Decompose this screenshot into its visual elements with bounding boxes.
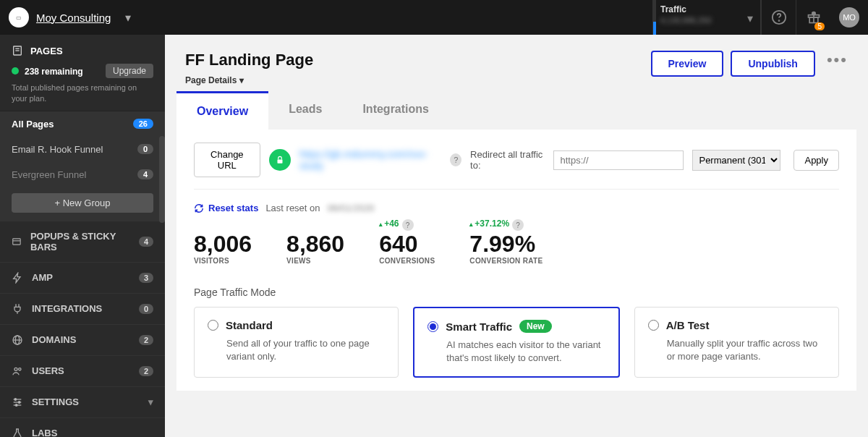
chevron-down-icon[interactable]: ▾ (125, 11, 131, 25)
quota-block: 238 remaining Upgrade Total published pa… (0, 64, 165, 111)
svg-rect-8 (13, 239, 20, 245)
sidebar-nav-domains[interactable]: DOMAINS2 (0, 325, 165, 356)
traffic-value: 4,130,986,250 (660, 16, 753, 25)
help-icon[interactable]: ? (450, 153, 461, 166)
sidebar-nav-labs[interactable]: LABS (0, 418, 165, 437)
quota-desc: Total published pages remaining on your … (12, 82, 153, 105)
redirect-type-select[interactable]: Permanent (301) (692, 150, 780, 171)
help-icon[interactable]: ? (512, 219, 524, 231)
gift-badge: 5 (814, 22, 825, 30)
nav-label: USERS (32, 365, 64, 376)
nav-label: LABS (32, 428, 57, 437)
svg-point-18 (14, 398, 17, 400)
mode-title: A/B Test (666, 319, 710, 331)
last-reset-date: 06/01/2020 (328, 203, 375, 213)
mode-smart-traffic[interactable]: Smart TrafficNew AI matches each visitor… (413, 307, 619, 378)
chevron-down-icon: ▾ (747, 12, 753, 25)
pages-heading: PAGES (30, 46, 63, 56)
org-name[interactable]: Moy Consulting (36, 12, 111, 24)
new-badge: New (519, 320, 552, 333)
help-button[interactable] (761, 0, 796, 35)
last-reset-label: Last reset on (265, 203, 320, 213)
svg-point-20 (15, 404, 17, 406)
mode-radio[interactable] (648, 320, 659, 331)
brand[interactable]: ▭ Moy Consulting ▾ (9, 7, 131, 27)
mode-standard[interactable]: Standard Send all of your traffic to one… (194, 307, 399, 378)
sidebar-nav-popups-sticky-bars[interactable]: POPUPS & STICKY BARS4 (0, 221, 165, 263)
traffic-mode-heading: Page Traffic Mode (194, 282, 839, 307)
stat-views: 8,860 VIEWS (286, 219, 344, 265)
reset-stats-link[interactable]: Reset stats (194, 203, 258, 213)
sidebar-nav-users[interactable]: USERS2 (0, 356, 165, 387)
group-count: 4 (137, 169, 153, 179)
nav-label: DOMAINS (32, 334, 76, 345)
tab-integrations[interactable]: Integrations (342, 91, 449, 130)
nav-count: 2 (139, 335, 153, 345)
new-group-button[interactable]: + New Group (12, 193, 153, 213)
nav-label: INTEGRATIONS (32, 303, 102, 314)
page-details-toggle[interactable]: Page Details ▾ (185, 75, 313, 85)
plug-icon (12, 303, 23, 315)
change-url-button[interactable]: Change URL (194, 143, 260, 177)
stat-value: 7.99% (469, 232, 542, 255)
help-icon[interactable]: ? (402, 219, 414, 231)
traffic-label: Traffic (660, 4, 753, 14)
popups-icon (12, 236, 22, 247)
nav-count: 3 (139, 273, 153, 283)
tab-leads[interactable]: Leads (268, 91, 342, 130)
ssl-lock-icon (269, 149, 291, 171)
stat-value: 640 (379, 232, 435, 255)
svg-point-14 (19, 368, 21, 370)
sidebar-nav-amp[interactable]: AMP3 (0, 263, 165, 294)
sidebar-item-group[interactable]: Evergreen Funnel 4 (0, 162, 165, 187)
scrollbar[interactable] (159, 136, 165, 223)
sliders-icon (12, 396, 23, 408)
apply-button[interactable]: Apply (793, 150, 839, 171)
mode-desc: AI matches each visitor to the variant t… (446, 339, 605, 365)
sidebar-item-group[interactable]: Email R. Hook Funnel 0 (0, 137, 165, 162)
mode-radio[interactable] (427, 321, 438, 332)
sidebar-nav-integrations[interactable]: INTEGRATIONS0 (0, 294, 165, 325)
sidebar-item-all-pages[interactable]: All Pages 26 (0, 111, 165, 137)
group-label: Evergreen Funnel (12, 169, 86, 180)
stats-row: 8,006 VISITORS 8,860 VIEWS +46? 640 CONV… (194, 215, 839, 282)
stat-label: CONVERSION RATE (469, 257, 542, 265)
mode-ab-test[interactable]: A/B Test Manually split your traffic acr… (634, 307, 839, 378)
sidebar-nav-settings[interactable]: SETTINGS▾ (0, 387, 165, 418)
stat-delta: +37.12% (469, 218, 509, 229)
url-row: Change URL https://gb.mdummy.com/xxx-stu… (194, 143, 839, 190)
flask-icon (12, 428, 23, 437)
all-pages-count: 26 (133, 119, 153, 129)
amp-icon (12, 272, 23, 284)
org-logo: ▭ (9, 7, 29, 27)
svg-rect-21 (277, 159, 282, 163)
stat-conversions: +46? 640 CONVERSIONS (379, 219, 435, 265)
mode-title: Standard (226, 319, 273, 331)
nav-label: SETTINGS (32, 396, 79, 407)
pages-group-list: All Pages 26 Email R. Hook Funnel 0 Ever… (0, 111, 165, 221)
sidebar-pages-head[interactable]: PAGES (0, 35, 165, 64)
traffic-meter-icon (653, 0, 656, 35)
tab-overview[interactable]: Overview (176, 91, 268, 130)
redirect-url-input[interactable] (553, 150, 684, 170)
all-pages-label: All Pages (12, 119, 54, 130)
page-url[interactable]: https://gb.mdummy.com/xxx-study (299, 148, 433, 171)
tabs: Overview Leads Integrations (165, 91, 868, 130)
mode-desc: Send all of your traffic to one page var… (226, 337, 385, 363)
topbar: ▭ Moy Consulting ▾ Traffic 4,130,986,250… (0, 0, 868, 35)
overview-panel: Change URL https://gb.mdummy.com/xxx-stu… (176, 130, 856, 391)
more-menu-icon[interactable]: ••• (827, 51, 848, 69)
stat-label: VIEWS (286, 257, 344, 265)
mode-radio[interactable] (208, 320, 218, 331)
stat-label: VISITORS (194, 257, 252, 265)
traffic-dropdown[interactable]: Traffic 4,130,986,250 ▾ (652, 0, 761, 35)
sidebar: PAGES 238 remaining Upgrade Total publis… (0, 35, 165, 437)
traffic-modes: Standard Send all of your traffic to one… (194, 307, 839, 378)
mode-desc: Manually split your traffic across two o… (667, 337, 825, 363)
gift-button[interactable]: 5 (796, 0, 830, 35)
user-avatar[interactable]: MO (839, 7, 859, 27)
upgrade-button[interactable]: Upgrade (106, 64, 153, 78)
group-label: Email R. Hook Funnel (12, 144, 103, 155)
unpublish-button[interactable]: Unpublish (731, 51, 814, 77)
preview-button[interactable]: Preview (651, 51, 724, 77)
